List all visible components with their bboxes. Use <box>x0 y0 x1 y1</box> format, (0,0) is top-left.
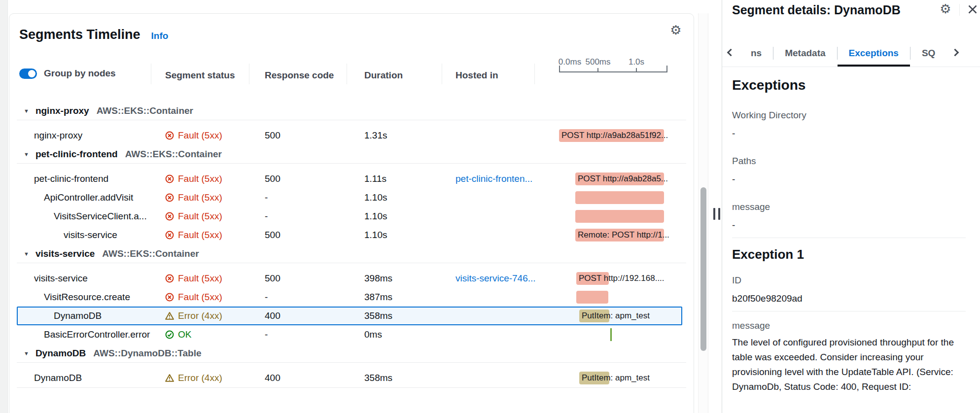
duration: 0ms <box>364 325 382 344</box>
status-label: Fault (5xx) <box>178 273 222 284</box>
response-code: 500 <box>265 170 280 188</box>
fault-circle-x-icon <box>165 174 174 183</box>
column-header-response-code: Response code <box>265 70 334 81</box>
group-spacer <box>9 263 694 269</box>
group-header-pet-clinic-frontend[interactable]: ▼pet-clinic-frontendAWS::EKS::Container <box>17 145 686 164</box>
duration: 398ms <box>364 269 392 288</box>
message-field: message - <box>732 202 966 231</box>
timeline-bar[interactable]: PutItem: apm_test <box>579 372 650 384</box>
segment-row-nginx-proxy[interactable]: nginx-proxyFault (5xx)5001.31sPOST http:… <box>9 126 694 145</box>
group-header-visits-service[interactable]: ▼visits-serviceAWS::EKS::Container <box>17 244 686 263</box>
column-header-hosted-in: Hosted in <box>455 70 498 81</box>
hosted-in-link[interactable]: visits-service-746... <box>455 269 536 288</box>
collapse-arrow-icon[interactable]: ▼ <box>24 108 29 114</box>
status-label: Fault (5xx) <box>178 211 222 222</box>
status-label: Fault (5xx) <box>178 192 222 203</box>
ruler-tick-label: 0.0ms <box>559 57 581 67</box>
working-directory-field: Working Directory - <box>732 110 966 139</box>
duration: 387ms <box>364 288 392 307</box>
segment-status: Fault (5xx) <box>165 207 222 226</box>
tab-exceptions[interactable]: Exceptions <box>838 39 910 67</box>
error-warning-triangle-icon <box>165 374 174 382</box>
column-divider <box>442 64 442 84</box>
timeline-bar[interactable]: POST http://a9ab28a5... <box>575 172 668 185</box>
response-code: - <box>265 188 268 207</box>
timeline-bar-fill <box>575 191 664 204</box>
tab-metadata[interactable]: Metadata <box>773 39 837 67</box>
segment-row-BasicErrorController.error[interactable]: BasicErrorController.errorOK-0ms <box>9 325 694 344</box>
ok-check-circle-icon <box>165 330 174 339</box>
segment-name: DynamoDB <box>34 369 82 387</box>
working-directory-label: Working Directory <box>732 110 966 121</box>
timeline-bar[interactable]: POST http://192.168.... <box>576 272 665 285</box>
tabs-scroll-right-button[interactable] <box>946 39 964 67</box>
group-by-nodes-toggle[interactable] <box>19 69 37 79</box>
timeline-bar[interactable]: PutItem: apm_test <box>579 310 650 322</box>
duration: 1.10s <box>364 226 387 244</box>
tabs-scroll-left-button[interactable] <box>722 39 739 67</box>
status-label: Fault (5xx) <box>178 230 222 241</box>
details-tabs: ns Metadata Exceptions SQ <box>722 39 980 67</box>
timeline-bar-label: POST http://a9ab28a51f92... <box>559 129 668 142</box>
status-label: OK <box>178 329 191 340</box>
timeline-bar-fill <box>576 291 608 304</box>
group-type: AWS::EKS::Container <box>97 105 193 116</box>
segment-row-DynamoDB[interactable]: DynamoDBError (4xx)400358msPutItem: apm_… <box>9 369 694 387</box>
exception-message-label: message <box>732 320 966 331</box>
group-name: pet-clinic-frontend <box>35 149 118 160</box>
segment-name: nginx-proxy <box>34 126 82 145</box>
card-title-row: Segments Timeline Info <box>19 27 168 42</box>
panel-resize-handle[interactable] <box>713 208 720 220</box>
paths-value: - <box>732 174 966 185</box>
exception-message-value: The level of configured provisioned thro… <box>732 335 966 394</box>
vertical-scrollbar-thumb[interactable] <box>700 187 706 351</box>
exception-message-field: message The level of configured provisio… <box>732 320 966 394</box>
segments-timeline-card: Segments Timeline Info ⚙ Group by nodes … <box>9 13 694 413</box>
response-code: - <box>265 207 268 226</box>
collapse-arrow-icon[interactable]: ▼ <box>24 151 29 157</box>
collapse-arrow-icon[interactable]: ▼ <box>24 251 29 257</box>
segment-row-VisitsServiceClient.a...[interactable]: VisitsServiceClient.a...Fault (5xx)-1.10… <box>9 207 694 226</box>
group-name: visits-service <box>35 248 95 259</box>
tab-sql-partial[interactable]: SQ <box>910 39 946 67</box>
details-settings-gear-icon[interactable]: ⚙ <box>938 1 953 16</box>
exception-id-value: b20f50e98209ad <box>732 293 966 304</box>
column-header-duration: Duration <box>364 70 403 81</box>
response-code: 400 <box>265 307 280 325</box>
paths-field: Paths - <box>732 156 966 185</box>
group-header-nginx-proxy[interactable]: ▼nginx-proxyAWS::EKS::Container <box>17 102 686 120</box>
fault-circle-x-icon <box>165 193 174 202</box>
close-icon[interactable] <box>966 2 980 16</box>
info-link[interactable]: Info <box>151 31 169 41</box>
timeline-bar[interactable]: POST http://a9ab28a51f92... <box>559 129 668 142</box>
hosted-in-link[interactable]: pet-clinic-fronten... <box>455 170 532 188</box>
response-code: 500 <box>265 126 280 145</box>
segment-row-visits-service[interactable]: visits-serviceFault (5xx)5001.10sRemote:… <box>9 226 694 244</box>
segment-row-VisitResource.create[interactable]: VisitResource.createFault (5xx)-387ms <box>9 288 694 307</box>
segment-status: Fault (5xx) <box>165 188 222 207</box>
response-code: - <box>265 325 268 344</box>
segment-status: Fault (5xx) <box>165 288 222 307</box>
segment-row-pet-clinic-frontend[interactable]: pet-clinic-frontendFault (5xx)5001.11spe… <box>9 170 694 188</box>
duration: 1.10s <box>364 207 387 226</box>
timeline-settings-gear-icon[interactable]: ⚙ <box>668 23 683 37</box>
tab-annotations-partial[interactable]: ns <box>739 39 773 67</box>
section-divider <box>732 311 966 311</box>
timeline-bar-fill <box>575 210 664 223</box>
column-divider <box>534 64 535 84</box>
segment-row-ApiController.addVisit[interactable]: ApiController.addVisitFault (5xx)-1.10s <box>9 188 694 207</box>
column-divider <box>347 64 347 84</box>
table-end-divider <box>17 387 686 388</box>
fault-circle-x-icon <box>165 131 174 140</box>
collapse-arrow-icon[interactable]: ▼ <box>24 350 29 356</box>
segment-row-DynamoDB[interactable]: DynamoDBError (4xx)400358msPutItem: apm_… <box>9 307 694 325</box>
segment-row-visits-service[interactable]: visits-serviceFault (5xx)500398msvisits-… <box>9 269 694 288</box>
group-header-DynamoDB[interactable]: ▼DynamoDBAWS::DynamoDB::Table <box>17 344 686 363</box>
timeline-bar[interactable]: Remote: POST http://1... <box>575 229 669 241</box>
segment-status: OK <box>165 325 191 344</box>
message-label: message <box>732 202 966 212</box>
segment-name: VisitsServiceClient.a... <box>54 207 147 226</box>
error-warning-triangle-icon <box>165 311 174 320</box>
group-spacer <box>9 363 694 369</box>
status-label: Error (4xx) <box>178 373 222 383</box>
